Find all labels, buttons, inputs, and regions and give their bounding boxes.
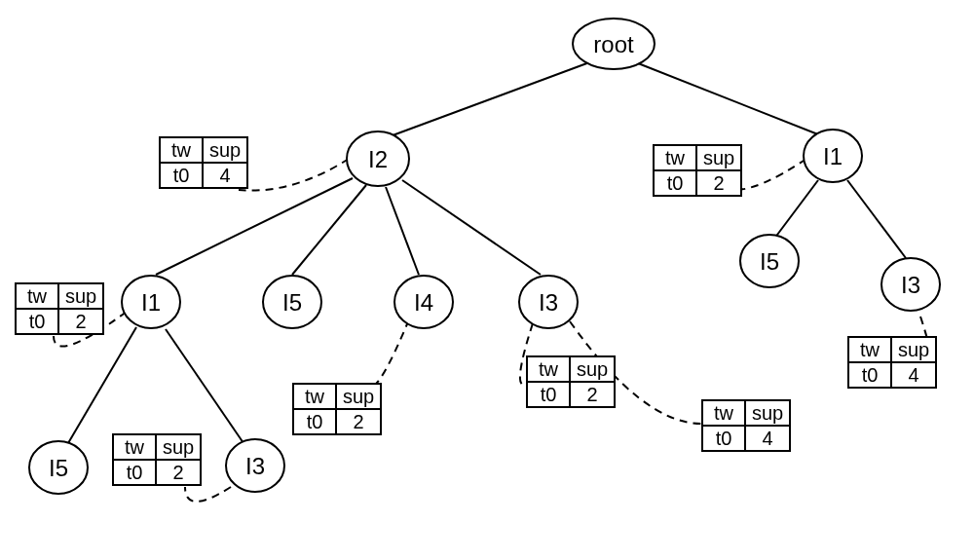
cell-tw: t0 <box>702 426 745 451</box>
hdr-tw: tw <box>160 137 203 163</box>
cell-tw: t0 <box>527 382 570 407</box>
edge <box>402 180 541 275</box>
cell-sup: 2 <box>336 409 381 434</box>
cell-sup: 2 <box>696 170 741 196</box>
label-I3r: I3 <box>901 272 920 298</box>
label-I5r: I5 <box>760 248 779 275</box>
hdr-sup: sup <box>336 384 381 409</box>
label-I4: I4 <box>414 289 433 316</box>
edge <box>166 329 244 443</box>
label-I2: I2 <box>368 146 388 172</box>
anno-table-I3b-a: twsup t02 <box>526 355 616 408</box>
hdr-sup: sup <box>745 400 790 426</box>
hdr-sup: sup <box>570 356 615 382</box>
hdr-tw: tw <box>848 337 891 362</box>
anno-table-I2: twsup t04 <box>159 136 248 189</box>
edge <box>68 327 136 443</box>
cell-sup: 2 <box>156 460 201 485</box>
anno-table-I3ll: twsup t02 <box>112 433 202 486</box>
connector <box>735 159 806 190</box>
hdr-sup: sup <box>203 137 247 163</box>
edge <box>292 185 366 275</box>
edge <box>385 61 592 138</box>
label-root: root <box>593 31 634 57</box>
hdr-tw: tw <box>654 145 696 170</box>
anno-table-I3r: twsup t04 <box>847 336 937 389</box>
cell-tw: t0 <box>113 460 156 485</box>
connector <box>370 319 409 387</box>
edge <box>633 61 828 138</box>
anno-table-I1l: twsup t02 <box>15 282 104 335</box>
cell-sup: 4 <box>203 163 247 188</box>
connector <box>239 159 349 191</box>
hdr-tw: tw <box>527 356 570 382</box>
cell-tw: t0 <box>654 170 696 196</box>
label-I5ll: I5 <box>49 455 68 481</box>
cell-sup: 2 <box>570 382 615 407</box>
anno-table-I4: twsup t02 <box>292 383 382 435</box>
cell-sup: 2 <box>58 309 103 334</box>
hdr-tw: tw <box>293 384 336 409</box>
cell-sup: 4 <box>891 362 936 388</box>
connector <box>185 487 231 502</box>
anno-table-I3b-b: twsup t04 <box>701 399 791 452</box>
edge <box>386 187 419 275</box>
hdr-sup: sup <box>891 337 936 362</box>
hdr-sup: sup <box>696 145 741 170</box>
label-I1r: I1 <box>823 143 843 169</box>
hdr-tw: tw <box>702 400 745 426</box>
label-I3ll: I3 <box>245 453 265 479</box>
hdr-tw: tw <box>113 434 156 460</box>
edge <box>156 178 353 275</box>
hdr-tw: tw <box>16 283 58 309</box>
hdr-sup: sup <box>156 434 201 460</box>
label-I5b: I5 <box>282 289 302 316</box>
edge <box>847 180 906 258</box>
edge <box>774 180 818 239</box>
label-I3b: I3 <box>539 289 558 316</box>
label-I1l: I1 <box>141 289 161 316</box>
nodes <box>29 19 940 494</box>
cell-tw: t0 <box>160 163 203 188</box>
cell-tw: t0 <box>293 409 336 434</box>
hdr-sup: sup <box>58 283 103 309</box>
cell-tw: t0 <box>16 309 58 334</box>
cell-tw: t0 <box>848 362 891 388</box>
anno-table-I1r: twsup t02 <box>653 144 742 197</box>
cell-sup: 4 <box>745 426 790 451</box>
